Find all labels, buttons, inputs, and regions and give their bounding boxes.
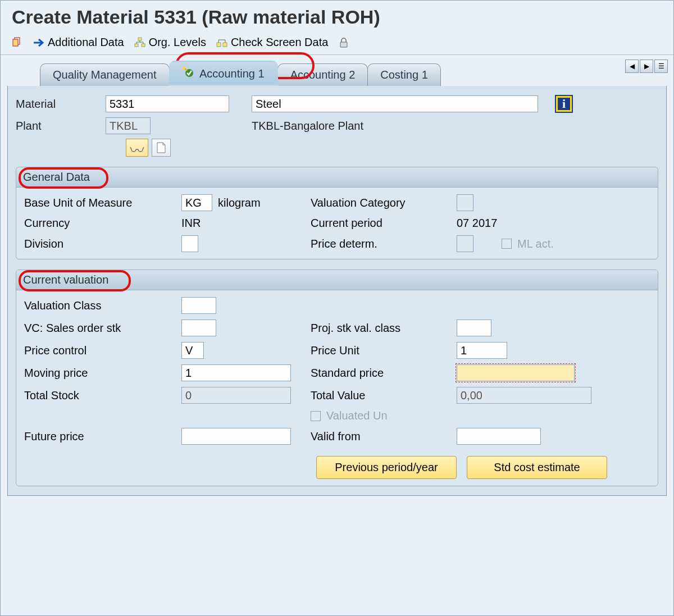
svg-rect-1 bbox=[13, 39, 18, 46]
svg-rect-5 bbox=[217, 43, 221, 47]
proj-stk-input[interactable] bbox=[457, 320, 491, 336]
page-title: Create Material 5331 (Raw material ROH) bbox=[1, 1, 673, 31]
toolbar: Additional Data Org. Levels Check Screen… bbox=[1, 31, 673, 55]
tab-accounting-2[interactable]: Accounting 2 bbox=[277, 63, 368, 86]
current-period-value: 07 2017 bbox=[457, 217, 603, 230]
svg-rect-2 bbox=[138, 38, 142, 40]
valuation-category-input bbox=[457, 194, 473, 211]
price-control-label: Price control bbox=[24, 344, 181, 357]
valid-from-input[interactable] bbox=[457, 428, 541, 445]
price-determ-input bbox=[457, 235, 473, 252]
future-price-label: Future price bbox=[24, 430, 181, 443]
svg-rect-6 bbox=[223, 43, 227, 47]
other-view-icon bbox=[12, 37, 23, 48]
active-tab-icon bbox=[183, 66, 194, 80]
tab-label: Accounting 2 bbox=[290, 69, 356, 81]
current-valuation-group: Current valuation Valuation Class VC: Sa… bbox=[16, 270, 658, 486]
tab-list-button[interactable]: ☰ bbox=[654, 60, 668, 73]
ml-act-label: ML act. bbox=[517, 238, 554, 250]
valuation-class-input[interactable] bbox=[181, 297, 216, 314]
standard-price-input[interactable] bbox=[457, 364, 575, 381]
plant-label: Plant bbox=[16, 120, 100, 133]
additional-data-button[interactable]: Additional Data bbox=[33, 36, 124, 49]
org-levels-label: Org. Levels bbox=[149, 36, 206, 49]
display-change-button[interactable] bbox=[126, 139, 148, 157]
valuated-un-checkbox bbox=[311, 411, 321, 421]
glasses-icon bbox=[130, 143, 144, 153]
check-screen-data-button[interactable]: Check Screen Data bbox=[216, 36, 328, 49]
info-icon[interactable]: i bbox=[555, 95, 573, 113]
currency-label: Currency bbox=[24, 217, 181, 230]
org-levels-button[interactable]: Org. Levels bbox=[134, 36, 206, 49]
material-description-input[interactable] bbox=[252, 95, 538, 112]
total-value-input bbox=[457, 387, 591, 404]
division-input[interactable] bbox=[181, 235, 198, 252]
lock-icon bbox=[338, 37, 349, 48]
proj-stk-label: Proj. stk val. class bbox=[311, 322, 457, 335]
price-unit-label: Price Unit bbox=[311, 344, 457, 357]
additional-data-label: Additional Data bbox=[48, 36, 124, 49]
std-cost-estimate-button[interactable]: Std cost estimate bbox=[467, 456, 607, 479]
tab-nav: ◀ ▶ ☰ bbox=[625, 60, 668, 73]
vc-sales-label: VC: Sales order stk bbox=[24, 322, 181, 335]
tab-label: Quality Management bbox=[53, 69, 157, 81]
standard-price-label: Standard price bbox=[311, 367, 457, 380]
ml-act-checkbox bbox=[502, 239, 512, 249]
tab-costing-1[interactable]: Costing 1 bbox=[367, 63, 441, 86]
svg-rect-4 bbox=[142, 44, 145, 47]
price-control-input[interactable] bbox=[181, 342, 204, 359]
general-data-group: General Data Base Unit of Measure kilogr… bbox=[16, 167, 658, 259]
tab-label: Costing 1 bbox=[380, 69, 428, 81]
general-data-title: General Data bbox=[23, 171, 90, 183]
tab-bar: Quality Management Accounting 1 Accounti… bbox=[1, 55, 673, 86]
tab-accounting-1[interactable]: Accounting 1 bbox=[169, 61, 278, 86]
lock-button[interactable] bbox=[338, 37, 349, 48]
base-uom-label: Base Unit of Measure bbox=[24, 197, 181, 209]
valuation-category-label: Valuation Category bbox=[311, 197, 457, 209]
svg-rect-7 bbox=[340, 42, 347, 47]
moving-price-label: Moving price bbox=[24, 367, 181, 380]
create-button[interactable] bbox=[152, 139, 171, 157]
plant-name: TKBL-Bangalore Plant bbox=[252, 120, 363, 133]
document-icon bbox=[156, 142, 167, 154]
vc-sales-input[interactable] bbox=[181, 320, 216, 336]
check-screen-data-label: Check Screen Data bbox=[231, 36, 328, 49]
currency-value: INR bbox=[181, 217, 311, 230]
tab-quality-management[interactable]: Quality Management bbox=[40, 63, 170, 86]
other-view-button[interactable] bbox=[12, 37, 23, 48]
tab-content: Material i Plant TKBL-Bangalore Plant bbox=[7, 86, 667, 496]
moving-price-input[interactable] bbox=[181, 364, 291, 381]
scroll-right-button[interactable]: ▶ bbox=[640, 60, 653, 73]
division-label: Division bbox=[24, 238, 181, 250]
svg-rect-3 bbox=[135, 44, 138, 47]
tab-label: Accounting 1 bbox=[199, 67, 265, 80]
valuated-un-label: Valuated Un bbox=[326, 409, 388, 422]
material-number-input[interactable] bbox=[106, 95, 229, 112]
scroll-left-button[interactable]: ◀ bbox=[625, 60, 639, 73]
price-determ-label: Price determ. bbox=[311, 238, 457, 250]
total-stock-label: Total Stock bbox=[24, 389, 181, 402]
arrow-right-icon bbox=[33, 37, 44, 48]
base-uom-input[interactable] bbox=[181, 194, 212, 211]
valid-from-label: Valid from bbox=[311, 430, 457, 443]
check-data-icon bbox=[216, 37, 227, 48]
previous-period-button[interactable]: Previous period/year bbox=[316, 456, 457, 479]
plant-code-input bbox=[106, 117, 151, 134]
total-value-label: Total Value bbox=[311, 389, 457, 402]
current-valuation-title: Current valuation bbox=[23, 273, 108, 286]
valuation-class-label: Valuation Class bbox=[24, 299, 181, 312]
price-unit-input[interactable] bbox=[457, 342, 507, 359]
total-stock-input bbox=[181, 387, 291, 404]
base-uom-text: kilogram bbox=[218, 197, 261, 209]
material-label: Material bbox=[16, 98, 100, 111]
future-price-input[interactable] bbox=[181, 428, 291, 445]
current-period-label: Current period bbox=[311, 217, 457, 230]
hierarchy-icon bbox=[134, 37, 145, 48]
